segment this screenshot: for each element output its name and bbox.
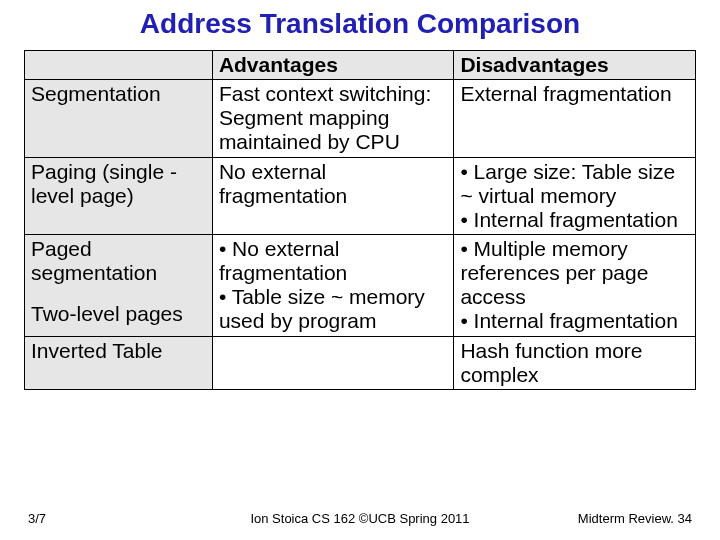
footer-page: Midterm Review. 34 (578, 511, 692, 526)
slide: Address Translation Comparison Advantage… (0, 0, 720, 540)
cell-disadvantages: • Large size: Table size ~ virtual memor… (454, 157, 696, 234)
row-name-inverted-table: Inverted Table (25, 336, 213, 389)
header-disadvantages: Disadvantages (454, 51, 696, 80)
header-blank (25, 51, 213, 80)
table-row: Inverted Table Hash function more comple… (25, 336, 696, 389)
table-header-row: Advantages Disadvantages (25, 51, 696, 80)
cell-disadvantages: External fragmentation (454, 80, 696, 157)
cell-disadvantages: Hash function more complex (454, 336, 696, 389)
cell-advantages: Fast context switching: Segment mapping … (212, 80, 454, 157)
cell-advantages: No external fragmentation (212, 157, 454, 234)
row-name-segmentation: Segmentation (25, 80, 213, 157)
comparison-table: Advantages Disadvantages Segmentation Fa… (24, 50, 696, 390)
row-name-paging-single: Paging (single -level page) (25, 157, 213, 234)
row-name-paged-segmentation: Paged segmentation (25, 234, 213, 300)
cell-advantages: • No external fragmentation• Table size … (212, 234, 454, 336)
slide-title: Address Translation Comparison (24, 8, 696, 40)
cell-advantages (212, 336, 454, 389)
cell-disadvantages: • Multiple memory references per page ac… (454, 234, 696, 336)
table-row: Segmentation Fast context switching: Seg… (25, 80, 696, 157)
table-row: Paging (single -level page) No external … (25, 157, 696, 234)
table-row: Paged segmentation • No external fragmen… (25, 234, 696, 300)
row-name-two-level-pages: Two-level pages (25, 300, 213, 336)
header-advantages: Advantages (212, 51, 454, 80)
